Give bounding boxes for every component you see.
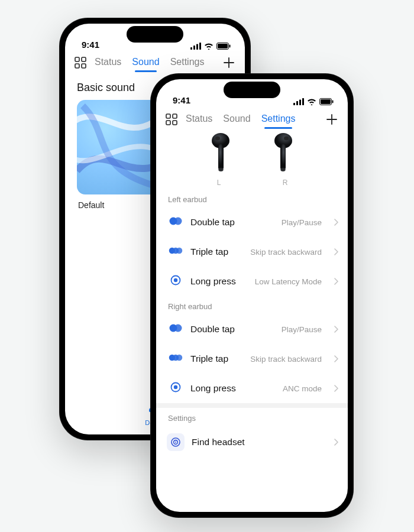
tabs: Status Sound Settings bbox=[186, 111, 317, 128]
section-right-earbud: Right earbud bbox=[156, 296, 348, 314]
row-right-double-tap[interactable]: Double tapPlay/Pause bbox=[156, 314, 348, 344]
svg-point-38 bbox=[174, 325, 182, 332]
double-tap-icon bbox=[168, 216, 183, 229]
long-tap-icon bbox=[168, 275, 183, 288]
svg-rect-14 bbox=[302, 98, 304, 105]
row-value: Skip track backward bbox=[250, 355, 322, 364]
svg-rect-11 bbox=[293, 103, 295, 105]
earbud-left-icon bbox=[206, 132, 231, 174]
row-label: Long press bbox=[190, 383, 236, 394]
row-label: Double tap bbox=[190, 324, 235, 335]
earbud-right-label: R bbox=[283, 179, 288, 187]
tab-status[interactable]: Status bbox=[186, 111, 212, 128]
svg-rect-16 bbox=[321, 99, 331, 104]
section-settings: Settings bbox=[156, 408, 348, 426]
row-left-triple-tap[interactable]: Triple tapSkip track backward bbox=[156, 237, 348, 267]
wifi-icon bbox=[204, 43, 214, 50]
earbud-right: R bbox=[273, 132, 297, 187]
grid-icon[interactable] bbox=[75, 57, 86, 69]
row-left-double-tap[interactable]: Double tapPlay/Pause bbox=[156, 207, 348, 237]
row-value: Low Latency Mode bbox=[255, 277, 322, 286]
top-bar: Status Sound Settings bbox=[65, 51, 245, 73]
svg-rect-6 bbox=[229, 45, 231, 48]
svg-rect-8 bbox=[82, 57, 86, 61]
svg-rect-2 bbox=[196, 44, 198, 50]
chevron-right-icon bbox=[332, 278, 339, 285]
svg-rect-3 bbox=[199, 43, 201, 50]
svg-rect-17 bbox=[332, 100, 334, 103]
row-label: Find headset bbox=[192, 437, 245, 447]
svg-rect-13 bbox=[299, 100, 301, 106]
svg-rect-27 bbox=[280, 144, 286, 170]
svg-rect-18 bbox=[166, 114, 170, 118]
svg-rect-12 bbox=[296, 101, 298, 105]
earbud-left-label: L bbox=[217, 179, 221, 187]
section-left-earbud: Left earbud bbox=[156, 189, 348, 207]
svg-point-46 bbox=[175, 442, 176, 443]
svg-rect-5 bbox=[218, 44, 228, 48]
phone-settings: 9:41 Status Sound Settings bbox=[150, 73, 354, 518]
dynamic-island bbox=[127, 26, 183, 43]
double-tap-icon bbox=[168, 323, 183, 336]
battery-icon bbox=[216, 43, 231, 50]
svg-point-41 bbox=[176, 355, 182, 361]
row-right-triple-tap[interactable]: Triple tapSkip track backward bbox=[156, 344, 348, 374]
long-tap-icon bbox=[168, 382, 183, 395]
triple-tap-icon bbox=[168, 245, 183, 258]
earbud-diagram: L R bbox=[156, 130, 348, 189]
svg-rect-1 bbox=[193, 46, 195, 50]
target-icon bbox=[167, 433, 185, 451]
chevron-right-icon bbox=[332, 219, 339, 226]
plus-icon[interactable] bbox=[325, 113, 338, 126]
battery-icon bbox=[319, 98, 334, 105]
row-find-headset[interactable]: Find headset bbox=[156, 426, 348, 457]
clock: 9:41 bbox=[82, 40, 99, 50]
svg-rect-23 bbox=[218, 144, 224, 170]
row-value: Skip track backward bbox=[250, 248, 322, 257]
svg-rect-10 bbox=[82, 64, 86, 68]
tabs: Status Sound Settings bbox=[95, 54, 214, 71]
row-value: Play/Pause bbox=[282, 325, 322, 334]
triple-tap-icon bbox=[168, 352, 183, 365]
tab-sound[interactable]: Sound bbox=[132, 54, 159, 71]
svg-rect-0 bbox=[190, 47, 192, 50]
row-right-long-press[interactable]: Long pressANC mode bbox=[156, 374, 348, 403]
svg-rect-9 bbox=[75, 64, 79, 68]
svg-point-29 bbox=[284, 137, 289, 140]
svg-point-36 bbox=[174, 278, 177, 282]
top-bar: Status Sound Settings bbox=[156, 106, 348, 130]
clock: 9:41 bbox=[173, 95, 190, 105]
row-value: Play/Pause bbox=[282, 218, 322, 227]
svg-point-25 bbox=[215, 137, 220, 140]
status-indicators bbox=[293, 98, 334, 105]
dynamic-island bbox=[224, 82, 280, 98]
svg-rect-7 bbox=[75, 57, 79, 61]
svg-point-24 bbox=[218, 168, 223, 171]
row-left-long-press[interactable]: Long pressLow Latency Mode bbox=[156, 267, 348, 296]
plus-icon[interactable] bbox=[222, 56, 235, 69]
chevron-right-icon bbox=[332, 355, 339, 362]
tab-settings[interactable]: Settings bbox=[170, 54, 205, 71]
chevron-right-icon bbox=[332, 439, 339, 446]
earbud-right-icon bbox=[273, 132, 297, 174]
tab-settings[interactable]: Settings bbox=[261, 111, 296, 128]
divider bbox=[156, 403, 348, 408]
row-value: ANC mode bbox=[283, 384, 322, 393]
row-label: Triple tap bbox=[190, 353, 228, 364]
tab-sound[interactable]: Sound bbox=[223, 111, 250, 128]
chevron-right-icon bbox=[332, 248, 339, 255]
wifi-icon bbox=[307, 98, 316, 105]
svg-point-28 bbox=[280, 168, 285, 171]
row-label: Long press bbox=[190, 276, 236, 287]
row-label: Double tap bbox=[190, 217, 235, 228]
svg-point-31 bbox=[174, 218, 182, 225]
svg-point-34 bbox=[176, 248, 182, 254]
tab-status[interactable]: Status bbox=[95, 54, 121, 71]
svg-rect-19 bbox=[173, 114, 177, 118]
row-label: Triple tap bbox=[190, 246, 228, 257]
svg-rect-20 bbox=[166, 121, 170, 125]
cellular-icon bbox=[293, 98, 304, 105]
earbud-left: L bbox=[206, 132, 231, 187]
grid-icon[interactable] bbox=[166, 113, 177, 125]
chevron-right-icon bbox=[332, 385, 339, 392]
